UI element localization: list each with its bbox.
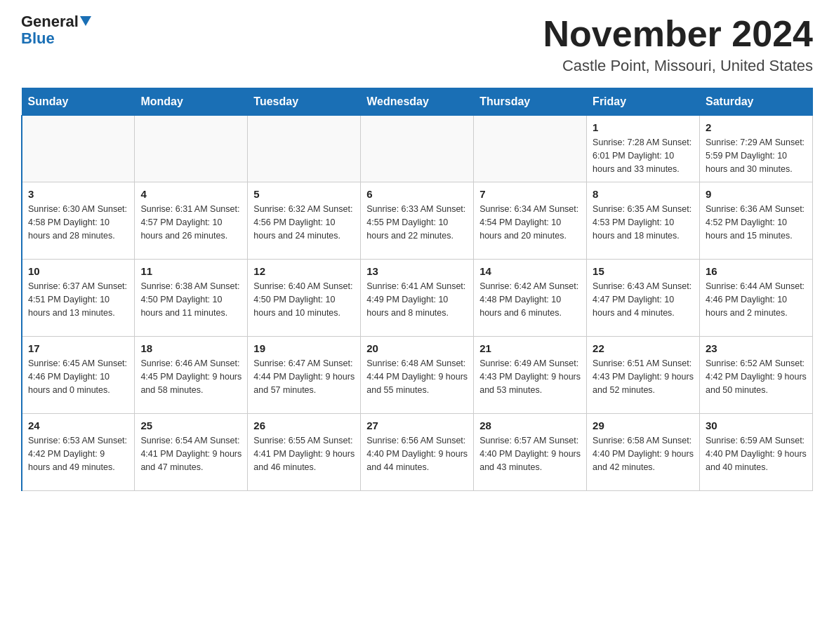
calendar-cell: [248, 116, 361, 182]
day-info: Sunrise: 6:36 AM Sunset: 4:52 PM Dayligh…: [706, 203, 807, 242]
calendar-cell: 8Sunrise: 6:35 AM Sunset: 4:53 PM Daylig…: [587, 182, 700, 260]
day-number: 18: [140, 342, 241, 354]
calendar-week-row: 1Sunrise: 7:28 AM Sunset: 6:01 PM Daylig…: [22, 116, 813, 182]
day-info: Sunrise: 6:52 AM Sunset: 4:42 PM Dayligh…: [706, 357, 807, 396]
day-number: 26: [253, 420, 355, 431]
calendar-cell: 5Sunrise: 6:32 AM Sunset: 4:56 PM Daylig…: [248, 182, 361, 260]
day-info: Sunrise: 6:35 AM Sunset: 4:53 PM Dayligh…: [593, 203, 694, 242]
col-header-monday: Monday: [135, 88, 248, 116]
day-info: Sunrise: 6:41 AM Sunset: 4:49 PM Dayligh…: [366, 280, 468, 319]
day-number: 6: [366, 188, 468, 200]
logo-triangle-icon: [80, 16, 91, 26]
calendar-cell: 22Sunrise: 6:51 AM Sunset: 4:43 PM Dayli…: [587, 337, 700, 414]
calendar-cell: 13Sunrise: 6:41 AM Sunset: 4:49 PM Dayli…: [361, 260, 474, 337]
day-info: Sunrise: 6:32 AM Sunset: 4:56 PM Dayligh…: [253, 203, 355, 242]
calendar-cell: 28Sunrise: 6:57 AM Sunset: 4:40 PM Dayli…: [474, 414, 587, 491]
logo-line1: General: [21, 14, 91, 29]
col-header-thursday: Thursday: [474, 88, 587, 116]
logo: General Blue: [21, 14, 91, 48]
day-info: Sunrise: 6:48 AM Sunset: 4:44 PM Dayligh…: [366, 357, 468, 396]
calendar-cell: 6Sunrise: 6:33 AM Sunset: 4:55 PM Daylig…: [361, 182, 474, 260]
calendar-subtitle: Castle Point, Missouri, United States: [543, 57, 813, 75]
col-header-saturday: Saturday: [700, 88, 813, 116]
day-number: 11: [140, 265, 241, 277]
day-info: Sunrise: 6:43 AM Sunset: 4:47 PM Dayligh…: [593, 280, 694, 319]
day-info: Sunrise: 6:38 AM Sunset: 4:50 PM Dayligh…: [140, 280, 241, 319]
calendar-title: November 2024: [543, 14, 813, 54]
calendar-cell: 29Sunrise: 6:58 AM Sunset: 4:40 PM Dayli…: [587, 414, 700, 491]
col-header-wednesday: Wednesday: [361, 88, 474, 116]
day-info: Sunrise: 6:54 AM Sunset: 4:41 PM Dayligh…: [140, 434, 241, 474]
day-info: Sunrise: 6:45 AM Sunset: 4:46 PM Dayligh…: [28, 357, 128, 396]
day-number: 19: [253, 342, 355, 354]
day-info: Sunrise: 7:29 AM Sunset: 5:59 PM Dayligh…: [706, 136, 807, 175]
day-info: Sunrise: 6:47 AM Sunset: 4:44 PM Dayligh…: [253, 357, 355, 396]
calendar-cell: 21Sunrise: 6:49 AM Sunset: 4:43 PM Dayli…: [474, 337, 587, 414]
day-number: 2: [706, 121, 807, 133]
calendar-cell: 18Sunrise: 6:46 AM Sunset: 4:45 PM Dayli…: [135, 337, 248, 414]
calendar-cell: 23Sunrise: 6:52 AM Sunset: 4:42 PM Dayli…: [700, 337, 813, 414]
day-info: Sunrise: 6:55 AM Sunset: 4:41 PM Dayligh…: [253, 434, 355, 474]
col-header-sunday: Sunday: [22, 88, 135, 116]
day-number: 27: [366, 420, 468, 431]
calendar-cell: 15Sunrise: 6:43 AM Sunset: 4:47 PM Dayli…: [587, 260, 700, 337]
day-number: 23: [706, 342, 807, 354]
day-info: Sunrise: 6:51 AM Sunset: 4:43 PM Dayligh…: [593, 357, 694, 396]
day-number: 3: [28, 188, 128, 200]
logo-general: General: [21, 13, 91, 30]
day-number: 13: [366, 265, 468, 277]
calendar-cell: [361, 116, 474, 182]
calendar-cell: 16Sunrise: 6:44 AM Sunset: 4:46 PM Dayli…: [700, 260, 813, 337]
logo-line2: Blue: [21, 29, 55, 48]
day-info: Sunrise: 6:59 AM Sunset: 4:40 PM Dayligh…: [706, 434, 807, 474]
title-area: November 2024 Castle Point, Missouri, Un…: [543, 14, 813, 75]
calendar-week-row: 17Sunrise: 6:45 AM Sunset: 4:46 PM Dayli…: [22, 337, 813, 414]
calendar-header-row: SundayMondayTuesdayWednesdayThursdayFrid…: [22, 88, 813, 116]
calendar-cell: 14Sunrise: 6:42 AM Sunset: 4:48 PM Dayli…: [474, 260, 587, 337]
calendar-cell: 17Sunrise: 6:45 AM Sunset: 4:46 PM Dayli…: [22, 337, 135, 414]
calendar-cell: 26Sunrise: 6:55 AM Sunset: 4:41 PM Dayli…: [248, 414, 361, 491]
calendar-cell: 7Sunrise: 6:34 AM Sunset: 4:54 PM Daylig…: [474, 182, 587, 260]
day-number: 15: [593, 265, 694, 277]
day-info: Sunrise: 6:56 AM Sunset: 4:40 PM Dayligh…: [366, 434, 468, 474]
calendar-cell: 12Sunrise: 6:40 AM Sunset: 4:50 PM Dayli…: [248, 260, 361, 337]
day-number: 17: [28, 342, 128, 354]
calendar-cell: 24Sunrise: 6:53 AM Sunset: 4:42 PM Dayli…: [22, 414, 135, 491]
page-header: General Blue November 2024 Castle Point,…: [21, 14, 813, 75]
calendar-cell: 9Sunrise: 6:36 AM Sunset: 4:52 PM Daylig…: [700, 182, 813, 260]
col-header-tuesday: Tuesday: [248, 88, 361, 116]
calendar-cell: 25Sunrise: 6:54 AM Sunset: 4:41 PM Dayli…: [135, 414, 248, 491]
col-header-friday: Friday: [587, 88, 700, 116]
day-info: Sunrise: 6:42 AM Sunset: 4:48 PM Dayligh…: [479, 280, 581, 319]
day-info: Sunrise: 6:31 AM Sunset: 4:57 PM Dayligh…: [140, 203, 241, 242]
day-number: 10: [28, 265, 128, 277]
calendar-cell: [135, 116, 248, 182]
logo-blue: Blue: [21, 29, 55, 47]
calendar-cell: 27Sunrise: 6:56 AM Sunset: 4:40 PM Dayli…: [361, 414, 474, 491]
day-number: 9: [706, 188, 807, 200]
calendar-week-row: 3Sunrise: 6:30 AM Sunset: 4:58 PM Daylig…: [22, 182, 813, 260]
day-number: 24: [28, 420, 128, 431]
day-info: Sunrise: 6:44 AM Sunset: 4:46 PM Dayligh…: [706, 280, 807, 319]
day-number: 7: [479, 188, 581, 200]
day-number: 21: [479, 342, 581, 354]
day-info: Sunrise: 6:30 AM Sunset: 4:58 PM Dayligh…: [28, 203, 128, 242]
calendar-cell: 30Sunrise: 6:59 AM Sunset: 4:40 PM Dayli…: [700, 414, 813, 491]
day-info: Sunrise: 6:40 AM Sunset: 4:50 PM Dayligh…: [253, 280, 355, 319]
calendar-cell: 2Sunrise: 7:29 AM Sunset: 5:59 PM Daylig…: [700, 116, 813, 182]
day-number: 1: [593, 121, 694, 133]
calendar-cell: [22, 116, 135, 182]
calendar-week-row: 24Sunrise: 6:53 AM Sunset: 4:42 PM Dayli…: [22, 414, 813, 491]
day-number: 16: [706, 265, 807, 277]
day-info: Sunrise: 6:37 AM Sunset: 4:51 PM Dayligh…: [28, 280, 128, 319]
calendar-week-row: 10Sunrise: 6:37 AM Sunset: 4:51 PM Dayli…: [22, 260, 813, 337]
day-number: 12: [253, 265, 355, 277]
day-info: Sunrise: 6:57 AM Sunset: 4:40 PM Dayligh…: [479, 434, 581, 474]
day-number: 5: [253, 188, 355, 200]
day-info: Sunrise: 6:33 AM Sunset: 4:55 PM Dayligh…: [366, 203, 468, 242]
calendar-cell: [474, 116, 587, 182]
day-number: 28: [479, 420, 581, 431]
calendar-cell: 19Sunrise: 6:47 AM Sunset: 4:44 PM Dayli…: [248, 337, 361, 414]
day-number: 4: [140, 188, 241, 200]
calendar-cell: 4Sunrise: 6:31 AM Sunset: 4:57 PM Daylig…: [135, 182, 248, 260]
